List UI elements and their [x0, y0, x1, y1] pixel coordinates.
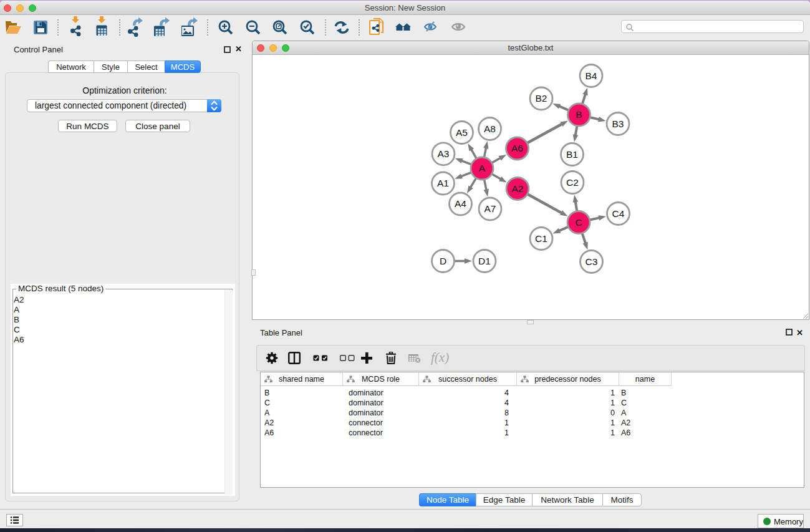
svg-text:C1: C1: [535, 233, 547, 244]
svg-text:B: B: [576, 109, 582, 120]
svg-text:C4: C4: [612, 208, 625, 219]
svg-text:A7: A7: [485, 203, 496, 214]
svg-text:C: C: [575, 217, 582, 228]
svg-text:C3: C3: [586, 256, 598, 267]
svg-text:A2: A2: [512, 183, 524, 194]
svg-text:A5: A5: [456, 127, 468, 138]
svg-text:B3: B3: [612, 118, 624, 129]
svg-text:B4: B4: [586, 70, 597, 81]
svg-text:D: D: [440, 256, 446, 266]
svg-text:D1: D1: [478, 256, 491, 266]
svg-text:A6: A6: [511, 143, 523, 153]
svg-text:A8: A8: [484, 123, 496, 134]
svg-text:B2: B2: [536, 93, 547, 104]
svg-text:A4: A4: [455, 198, 466, 209]
svg-text:A: A: [479, 163, 486, 173]
svg-text:A3: A3: [438, 148, 450, 159]
svg-text:B1: B1: [566, 149, 578, 160]
svg-text:C2: C2: [566, 177, 579, 188]
svg-text:A1: A1: [437, 178, 449, 188]
